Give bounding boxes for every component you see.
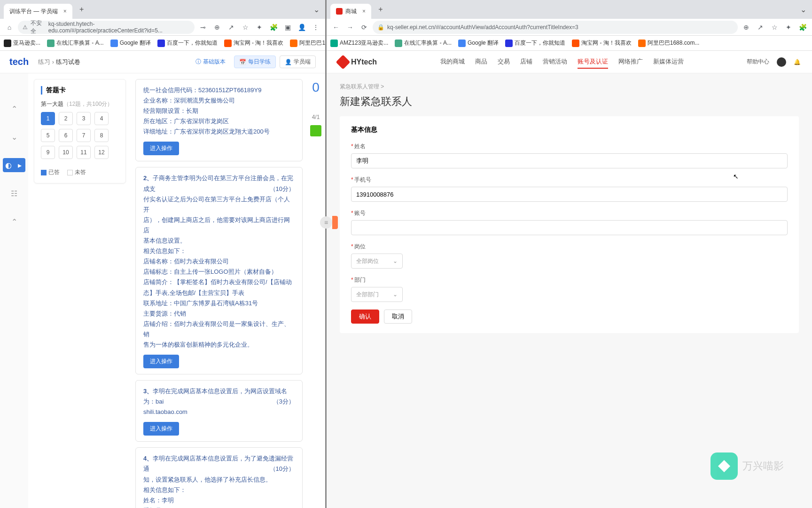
tab-dropdown-icon[interactable]: ⌄	[313, 5, 320, 14]
profile-icon[interactable]: 👤	[296, 22, 307, 33]
department-select[interactable]: 全部部门⌄	[351, 287, 403, 302]
back-icon[interactable]: ←	[330, 22, 342, 33]
chevron-up-icon[interactable]: ⌃	[3, 102, 25, 116]
tab-dropdown-icon[interactable]: ⌄	[800, 5, 806, 14]
close-icon[interactable]: ×	[362, 8, 366, 15]
reload-icon[interactable]: ⟳	[359, 22, 370, 33]
chevron-up-icon[interactable]: ⌃	[3, 214, 25, 229]
nav-item[interactable]: 店铺	[520, 56, 532, 69]
bookmark[interactable]: 淘宝网 - 淘！我喜欢	[224, 39, 284, 47]
new-tab-button[interactable]: +	[76, 4, 87, 15]
field-label: *姓名	[351, 143, 788, 151]
question-num[interactable]: 12	[94, 146, 109, 159]
question-num[interactable]: 3	[77, 112, 91, 125]
confirm-button[interactable]: 确认	[351, 310, 379, 324]
zoom-icon[interactable]: ⊕	[211, 22, 223, 33]
puzzle-icon[interactable]: 🧩	[268, 22, 279, 33]
student-button[interactable]: 👤 学员端	[280, 56, 316, 68]
status-indicator[interactable]	[310, 125, 321, 136]
watermark-text: 万兴喵影	[742, 459, 784, 473]
home-icon[interactable]: ⌂	[4, 22, 15, 33]
question-num[interactable]: 8	[94, 129, 109, 142]
extension-icon[interactable]: ✦	[783, 22, 794, 33]
enter-operation-button[interactable]: 进入操作	[143, 355, 179, 368]
nav-item[interactable]: 我的商城	[440, 56, 465, 69]
nav-item[interactable]: 网络推广	[618, 56, 643, 69]
main-nav: 我的商城 商品 交易 店铺 营销活动 账号及认证 网络推广 新媒体运营	[440, 56, 684, 69]
browser-tab[interactable]: 训练平台 — 学员端 ×	[4, 4, 72, 19]
toolbar-right: ← → ⟳ 🔒 kq-seller.epi.net.cn/#/accountAu…	[327, 19, 812, 36]
account-input[interactable]	[351, 220, 788, 235]
chat-icon[interactable]	[777, 57, 786, 67]
menu-icon[interactable]: ⋮	[310, 22, 321, 33]
legend-swatch-answered	[41, 170, 47, 175]
favicon	[572, 40, 579, 47]
zoom-icon[interactable]: ⊕	[741, 22, 752, 33]
daily-practice-button[interactable]: 📅 每日学练	[234, 56, 276, 68]
name-input[interactable]	[351, 153, 788, 168]
split-handle[interactable]: ≡	[320, 216, 332, 229]
enter-operation-button[interactable]: 进入操作	[143, 422, 179, 436]
legend: 已答 未答	[41, 168, 119, 176]
help-link[interactable]: 帮助中心	[747, 58, 769, 66]
address-bar[interactable]: 🔒 kq-seller.epi.net.cn/#/accountAuthView…	[373, 21, 738, 34]
enter-operation-button[interactable]: 进入操作	[143, 142, 179, 155]
phone-input[interactable]	[351, 187, 788, 202]
key-icon[interactable]: ⊸	[197, 22, 209, 33]
favicon	[458, 40, 466, 47]
logo-mark-icon	[336, 55, 350, 69]
bookmark[interactable]: Google 翻译	[458, 39, 499, 47]
favicon	[395, 40, 402, 47]
close-icon[interactable]: ×	[63, 8, 67, 15]
bookmark[interactable]: 在线汇率换算 - A...	[47, 39, 104, 47]
expand-handle-icon[interactable]	[332, 216, 338, 229]
hamburger-icon[interactable]: ≡	[320, 216, 332, 229]
nav-item[interactable]: 商品	[475, 56, 487, 69]
side-nav-item[interactable]: ☷	[3, 186, 25, 200]
star-icon[interactable]: ☆	[240, 22, 251, 33]
bookmark[interactable]: AMZ123亚马逊卖...	[330, 39, 388, 47]
question-num[interactable]: 6	[59, 129, 73, 142]
cancel-button[interactable]: 取消	[384, 310, 412, 324]
question-num[interactable]: 10	[59, 146, 73, 159]
breadcrumb[interactable]: 紧急联系人管理 >	[340, 83, 799, 91]
side-rail: ⌃ ⌄ ◐▸ ☷ ⌃	[0, 73, 28, 508]
nav-item[interactable]: 营销活动	[543, 56, 567, 69]
question-num[interactable]: 7	[77, 129, 91, 142]
bookmark[interactable]: Google 翻译	[110, 39, 151, 47]
bookmark[interactable]: 百度一下，你就知道	[505, 39, 565, 47]
star-icon[interactable]: ☆	[769, 22, 780, 33]
nav-item[interactable]: 交易	[498, 56, 510, 69]
extension-icon[interactable]: ✦	[254, 22, 265, 33]
share-icon[interactable]: ↗	[755, 22, 766, 33]
nav-item-active[interactable]: 账号及认证	[578, 56, 608, 69]
progress-column: 0 4/1	[306, 73, 325, 508]
address-bar[interactable]: ⚠ 不安全 kq-student.hytech-edu.com/#/practi…	[18, 21, 195, 34]
bookmark[interactable]: 亚马逊卖...	[4, 39, 40, 47]
form-panel: 基本信息 *姓名 *手机号 *账号 *岗位 全部岗位⌄	[340, 116, 799, 333]
bell-icon[interactable]: 🔔	[794, 59, 801, 65]
browser-tab[interactable]: 商城 ×	[330, 4, 371, 19]
chevron-down-icon[interactable]: ⌄	[3, 130, 25, 144]
question-num[interactable]: 11	[77, 146, 91, 159]
question-num[interactable]: 9	[41, 146, 55, 159]
position-select[interactable]: 全部岗位⌄	[351, 254, 403, 269]
nav-item[interactable]: 新媒体运营	[653, 56, 684, 69]
side-nav-active[interactable]: ◐▸	[3, 158, 25, 172]
bookmark[interactable]: 阿里巴巴1688.com...	[638, 39, 700, 47]
question-num[interactable]: 1	[41, 112, 55, 125]
puzzle-icon[interactable]: 🧩	[797, 22, 808, 33]
question-num[interactable]: 2	[59, 112, 73, 125]
bookmark[interactable]: 阿里巴巴1688.com...	[290, 39, 325, 47]
panel-icon[interactable]: ▣	[282, 22, 293, 33]
question-num[interactable]: 5	[41, 129, 55, 142]
question-num[interactable]: 4	[94, 112, 109, 125]
forward-icon[interactable]: →	[344, 22, 356, 33]
question-card: 统一社会信用代码：52360151ZPT66189Y9 企业名称：深圳潮流男女服…	[135, 79, 303, 161]
logo: tech	[9, 56, 29, 67]
bookmark[interactable]: 在线汇率换算 - A...	[395, 39, 452, 47]
bookmark[interactable]: 百度一下，你就知道	[157, 39, 218, 47]
share-icon[interactable]: ↗	[226, 22, 237, 33]
bookmark[interactable]: 淘宝网 - 淘！我喜欢	[572, 39, 632, 47]
new-tab-button[interactable]: +	[375, 4, 386, 15]
